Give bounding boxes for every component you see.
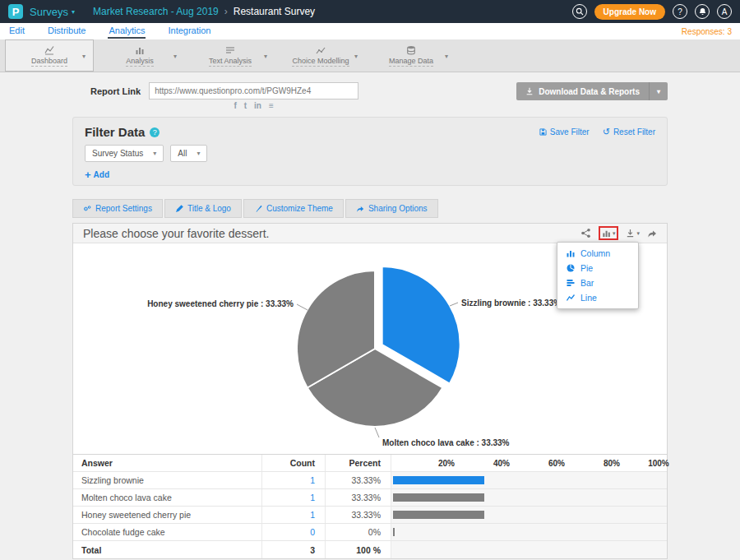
toolbar-dashboard[interactable]: Dashboard ▾ — [5, 39, 94, 72]
chart-type-button[interactable]: ▾ — [599, 226, 619, 240]
embed-icon[interactable]: ≡ — [269, 102, 274, 110]
menu-label: Line — [580, 293, 597, 303]
chevron-down-icon[interactable]: ▾ — [445, 52, 448, 59]
total-label: Total — [73, 541, 262, 558]
tab-report-settings[interactable]: Report Settings — [72, 199, 163, 218]
table-row: Sizzling brownie 1 33.33% — [73, 472, 667, 489]
chevron-down-icon[interactable]: ▾ — [354, 52, 358, 59]
toolbar-label: Analysis — [126, 57, 154, 67]
table-header-row: Answer Count Percent 20% 40% 60% 80% 100… — [73, 455, 667, 472]
header-scale: 20% 40% 60% 80% 100% — [391, 455, 667, 471]
filter-title: Filter Data — [85, 125, 145, 139]
tab-label: Report Settings — [95, 204, 152, 213]
row-count[interactable]: 1 — [262, 472, 326, 488]
chevron-down-icon: ▾ — [613, 230, 616, 237]
filter-value: All — [178, 149, 187, 158]
share-icon[interactable] — [647, 229, 657, 238]
pie-label-bottom: Molten choco lava cake : 33.33% — [382, 438, 510, 447]
menu-item-pie[interactable]: Pie — [557, 261, 638, 275]
toolbar-manage-data[interactable]: Manage Data ▾ — [367, 39, 456, 72]
help-icon[interactable]: ? — [150, 127, 160, 137]
upgrade-button[interactable]: Upgrade Now — [594, 4, 665, 20]
compare-icon[interactable] — [580, 228, 591, 238]
filter-value-select[interactable]: All ▾ — [170, 145, 207, 162]
report-link-input[interactable] — [149, 82, 358, 100]
scale-tick: 40% — [493, 459, 510, 468]
facebook-icon[interactable]: f — [234, 102, 236, 110]
tab-title-logo[interactable]: Title & Logo — [164, 199, 242, 218]
add-filter-button[interactable]: + Add — [85, 169, 109, 180]
chevron-down-icon[interactable]: ▾ — [82, 52, 86, 59]
avatar[interactable]: A — [717, 4, 732, 19]
chevron-down-icon: ▾ — [72, 8, 75, 16]
toolbar-choice-modelling[interactable]: Choice Modelling ▾ — [276, 39, 365, 72]
menu-item-line[interactable]: Line — [557, 290, 638, 305]
report-link-label: Report Link — [90, 86, 141, 96]
pie-slices[interactable] — [297, 266, 460, 427]
topbar: P Surveys ▾ Market Research - Aug 2019 ›… — [0, 0, 740, 23]
chart-area: Sizzling brownie : 33.33% Honey sweetene… — [73, 243, 667, 454]
save-filter-label: Save Filter — [550, 127, 590, 137]
nav-edit[interactable]: Edit — [8, 24, 25, 39]
report-link-row: Report Link f t in ≡ Download Data & Rep… — [72, 82, 668, 110]
row-answer: Honey sweetened cherry pie — [73, 507, 262, 523]
row-bar-cell — [391, 489, 667, 506]
topbar-left: P Surveys ▾ Market Research - Aug 2019 ›… — [8, 4, 315, 19]
bar-chart-horizontal-icon — [567, 279, 575, 287]
row-count[interactable]: 0 — [262, 524, 326, 540]
download-chart-button[interactable]: ▾ — [626, 229, 640, 238]
notifications-button[interactable] — [695, 4, 710, 19]
breadcrumb-parent[interactable]: Market Research - Aug 2019 — [93, 6, 219, 17]
chevron-down-icon[interactable]: ▾ — [650, 88, 668, 95]
nav-distribute[interactable]: Distribute — [47, 24, 86, 39]
nav-analytics[interactable]: Analytics — [108, 24, 146, 39]
table-row: Honey sweetened cherry pie 1 33.33% — [73, 507, 667, 524]
forward-arrow-icon — [647, 229, 657, 238]
row-count[interactable]: 1 — [262, 489, 326, 506]
report-link-input-wrap: f t in ≡ — [149, 82, 358, 110]
menu-item-column[interactable]: Column — [557, 246, 638, 261]
twitter-icon[interactable]: t — [244, 102, 247, 110]
line-chart-icon — [567, 294, 575, 302]
toolbar-label: Dashboard — [31, 57, 67, 67]
survey-status-select[interactable]: Survey Status ▾ — [85, 145, 164, 162]
download-icon — [525, 87, 534, 95]
row-answer: Sizzling brownie — [73, 472, 262, 488]
row-answer: Chocolate fudge cake — [73, 524, 262, 540]
chevron-down-icon[interactable]: ▾ — [264, 52, 267, 59]
chevron-down-icon: ▾ — [197, 150, 200, 157]
result-bar — [393, 476, 484, 484]
reset-filter-label: Reset Filter — [613, 127, 655, 137]
header-count: Count — [262, 455, 326, 471]
search-button[interactable] — [572, 4, 587, 19]
help-button[interactable]: ? — [673, 4, 687, 19]
save-filter-link[interactable]: Save Filter — [539, 127, 590, 137]
menu-label: Column — [580, 248, 610, 258]
result-bar — [393, 493, 484, 502]
menu-item-bar[interactable]: Bar — [557, 275, 638, 290]
toolbar-text-analysis[interactable]: Text Analysis ▾ — [186, 39, 275, 72]
reset-filter-link[interactable]: ↺ Reset Filter — [603, 127, 655, 137]
questionpro-logo[interactable]: P — [8, 4, 23, 19]
question-card-actions: ▾ ▾ — [580, 226, 657, 240]
leader-line — [375, 428, 379, 437]
surveys-menu[interactable]: Surveys ▾ — [30, 6, 75, 18]
database-icon — [406, 45, 416, 55]
topbar-right: Upgrade Now ? A — [572, 4, 732, 20]
header-answer: Answer — [73, 455, 262, 471]
tab-sharing-options[interactable]: Sharing Options — [345, 199, 438, 218]
section-tabs: Report Settings Title & Logo Customize T… — [72, 199, 668, 218]
nav-integration[interactable]: Integration — [167, 24, 211, 39]
linkedin-icon[interactable]: in — [254, 102, 261, 110]
toolbar-analysis[interactable]: Analysis ▾ — [95, 39, 184, 72]
pie-label-right: Sizzling brownie : 33.33% — [461, 299, 561, 308]
gears-icon — [83, 205, 91, 213]
row-count[interactable]: 1 — [262, 507, 326, 523]
row-answer: Molten choco lava cake — [73, 489, 262, 506]
filter-panel: Filter Data ? Save Filter ↺ Reset Filter… — [72, 117, 668, 186]
download-reports-label: Download Data & Reports — [539, 87, 640, 96]
chevron-down-icon[interactable]: ▾ — [173, 52, 177, 59]
tab-customize-theme[interactable]: Customize Theme — [243, 199, 344, 218]
pie-label-left: Honey sweetened cherry pie : 33.33% — [147, 299, 294, 308]
download-reports-button[interactable]: Download Data & Reports ▾ — [516, 82, 668, 100]
